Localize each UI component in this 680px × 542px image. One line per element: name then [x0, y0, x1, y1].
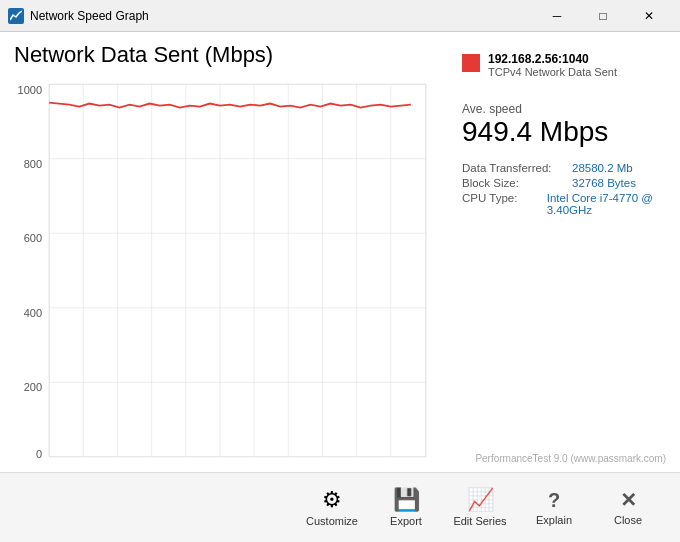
right-panel: 192.168.2.56:1040 TCPv4 Network Data Sen… [446, 42, 666, 464]
stat-label-data-transferred: Data Transferred: [462, 162, 572, 174]
minimize-button[interactable]: ─ [534, 0, 580, 32]
customize-label: Customize [306, 515, 358, 527]
window-controls: ─ □ ✕ [534, 0, 672, 32]
edit-series-button[interactable]: 📈 Edit Series [448, 479, 512, 537]
export-icon: 💾 [393, 489, 420, 511]
maximize-button[interactable]: □ [580, 0, 626, 32]
stat-value-cpu-type: Intel Core i7-4770 @ 3.40GHz [547, 192, 666, 216]
window-close-button[interactable]: ✕ [626, 0, 672, 32]
chart-area: 1000 800 600 400 200 0 [14, 76, 446, 464]
svg-rect-6 [49, 84, 426, 457]
title-bar: Network Speed Graph ─ □ ✕ [0, 0, 680, 32]
watermark: PerformanceTest 9.0 (www.passmark.com) [462, 449, 666, 464]
svg-text:400: 400 [24, 307, 42, 319]
stat-row-data-transferred: Data Transferred: 28580.2 Mb [462, 162, 666, 174]
ave-speed-label: Ave. speed [462, 102, 666, 116]
stat-row-cpu-type: CPU Type: Intel Core i7-4770 @ 3.40GHz [462, 192, 666, 216]
svg-text:1000: 1000 [18, 84, 43, 96]
explain-label: Explain [536, 514, 572, 526]
explain-icon: ? [548, 490, 560, 510]
app-icon [8, 8, 24, 24]
close-label: Close [614, 514, 642, 526]
stat-row-block-size: Block Size: 32768 Bytes [462, 177, 666, 189]
ave-speed-value: 949.4 Mbps [462, 116, 666, 148]
legend-item: 192.168.2.56:1040 TCPv4 Network Data Sen… [462, 52, 666, 78]
legend-text: 192.168.2.56:1040 TCPv4 Network Data Sen… [488, 52, 617, 78]
customize-button[interactable]: ⚙ Customize [300, 479, 364, 537]
title-bar-text: Network Speed Graph [30, 9, 534, 23]
close-button[interactable]: ✕ Close [596, 479, 660, 537]
svg-text:600: 600 [24, 232, 42, 244]
svg-text:200: 200 [24, 381, 42, 393]
stat-value-block-size: 32768 Bytes [572, 177, 636, 189]
export-label: Export [390, 515, 422, 527]
svg-text:800: 800 [24, 158, 42, 170]
legend-type-label: TCPv4 Network Data Sent [488, 66, 617, 78]
svg-text:0: 0 [36, 448, 42, 460]
chart-title: Network Data Sent (Mbps) [14, 42, 446, 68]
stat-label-cpu-type: CPU Type: [462, 192, 547, 216]
toolbar: ⚙ Customize 💾 Export 📈 Edit Series ? Exp… [0, 472, 680, 542]
stat-label-block-size: Block Size: [462, 177, 572, 189]
close-icon: ✕ [620, 490, 637, 510]
legend-ip-label: 192.168.2.56:1040 [488, 52, 617, 66]
chart-svg: 1000 800 600 400 200 0 [14, 76, 446, 464]
stats-table: Data Transferred: 28580.2 Mb Block Size:… [462, 162, 666, 219]
edit-series-label: Edit Series [453, 515, 506, 527]
explain-button[interactable]: ? Explain [522, 479, 586, 537]
edit-series-icon: 📈 [467, 489, 494, 511]
customize-icon: ⚙ [322, 489, 342, 511]
stat-value-data-transferred: 28580.2 Mb [572, 162, 633, 174]
legend-color-box [462, 54, 480, 72]
export-button[interactable]: 💾 Export [374, 479, 438, 537]
main-content: Network Data Sent (Mbps) 1000 800 600 40… [0, 32, 680, 472]
chart-section: Network Data Sent (Mbps) 1000 800 600 40… [14, 42, 446, 464]
